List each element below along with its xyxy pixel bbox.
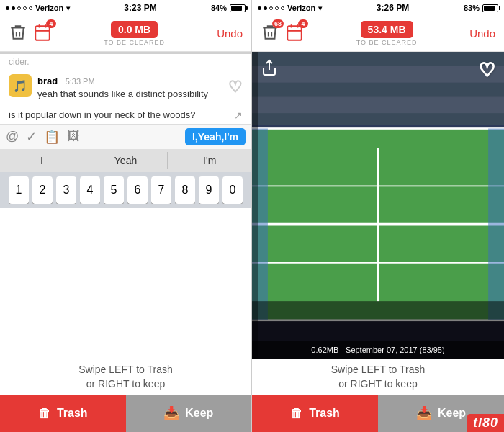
- dot4: [23, 6, 27, 10]
- partial-text: cider.: [0, 54, 251, 70]
- brad-bubble: brad 5:33 PM yeah that sounds like a dis…: [37, 74, 222, 101]
- svg-rect-0: [35, 26, 50, 40]
- left-cleared-label: TO BE CLEARED: [104, 39, 165, 46]
- right-carrier: Verizon: [287, 4, 315, 12]
- right-status-left: Verizon ▾: [258, 4, 322, 12]
- left-time: 3:23 PM: [124, 3, 156, 13]
- right-undo-button[interactable]: Undo: [469, 27, 495, 40]
- brad-time: 5:33 PM: [66, 77, 95, 86]
- left-trash-btn-label: Trash: [57, 407, 88, 420]
- checkmark-icon[interactable]: ✓: [26, 129, 37, 145]
- key-3[interactable]: 3: [56, 176, 76, 204]
- svg-rect-22: [252, 83, 504, 97]
- right-cleared-label: TO BE CLEARED: [356, 39, 418, 46]
- key-7[interactable]: 7: [151, 176, 171, 204]
- court-svg: [252, 52, 504, 359]
- key-0[interactable]: 0: [222, 176, 243, 204]
- key-4[interactable]: 4: [80, 176, 100, 204]
- right-size-area: 53.4 MB TO BE CLEARED: [356, 21, 418, 46]
- right-status-bar: Verizon ▾ 3:26 PM 83%: [252, 0, 504, 16]
- right-calendar-badge: 4: [298, 19, 308, 28]
- question-text: is it popular down in your neck of the w…: [9, 109, 195, 120]
- right-panel: Verizon ▾ 3:26 PM 83% 68: [252, 0, 504, 432]
- key-8[interactable]: 8: [175, 176, 195, 204]
- left-battery-icon: [230, 4, 246, 12]
- brad-message: 🎵 brad 5:33 PM yeah that sounds like a d…: [0, 70, 251, 105]
- left-size-badge: 0.0 MB: [111, 21, 158, 38]
- left-battery-fill: [231, 6, 242, 11]
- right-trash-button[interactable]: 🗑 Trash: [252, 395, 378, 432]
- right-keep-btn-icon: 📥: [416, 405, 432, 421]
- left-toolbar-left: 4: [9, 23, 52, 45]
- left-battery-tip: [246, 6, 248, 10]
- svg-rect-4: [287, 26, 302, 40]
- right-swipe-text: Swipe LEFT to Trash or RIGHT to keep: [331, 363, 425, 391]
- key-5[interactable]: 5: [104, 176, 124, 204]
- clipboard-icon[interactable]: 📋: [44, 129, 60, 145]
- right-size-badge: 53.4 MB: [361, 21, 413, 38]
- suggestion-yeah[interactable]: Yeah: [84, 152, 168, 169]
- image-icon[interactable]: 🖼: [67, 129, 80, 144]
- left-calendar-container[interactable]: 4: [33, 23, 52, 45]
- brad-avatar: 🎵: [9, 74, 32, 97]
- left-swipe-text: Swipe LEFT to Trash or RIGHT to keep: [78, 363, 172, 391]
- left-undo-button[interactable]: Undo: [217, 27, 243, 40]
- right-status-right: 83%: [464, 4, 498, 12]
- right-photo-info: 0.62MB - September 07, 2017 (83/95): [252, 341, 504, 359]
- rdot1: [258, 6, 261, 10]
- photo-preview: ♡ 0.62MB - September 07, 2017 (83/95): [252, 52, 504, 359]
- input-toolbar: @ ✓ 📋 🖼 I,Yeah,I'm: [0, 124, 251, 149]
- left-panel: Verizon ▾ 3:23 PM 84%: [0, 0, 252, 432]
- share-icon[interactable]: [261, 59, 278, 81]
- at-icon[interactable]: @: [6, 129, 19, 144]
- right-swipe-line2: or RIGHT to keep: [338, 378, 417, 390]
- key-1[interactable]: 1: [9, 176, 29, 204]
- right-swipe-line1: Swipe LEFT to Trash: [331, 364, 425, 375]
- left-keep-button[interactable]: 📥 Keep: [126, 395, 252, 432]
- dot3: [17, 6, 21, 10]
- key-2[interactable]: 2: [32, 176, 53, 204]
- rdot4: [275, 6, 279, 10]
- chat-question: is it popular down in your neck of the w…: [0, 105, 251, 124]
- left-trash-button[interactable]: 🗑 Trash: [0, 395, 126, 432]
- right-toolbar-left: 68 4: [261, 23, 304, 45]
- left-calendar-badge: 4: [46, 19, 56, 28]
- heart-icon[interactable]: ♡: [479, 59, 495, 81]
- suggestion-i[interactable]: I: [0, 152, 84, 169]
- right-trash-container[interactable]: 68: [261, 23, 279, 45]
- send-button[interactable]: I,Yeah,I'm: [185, 128, 246, 145]
- right-wifi-icon: ▾: [318, 4, 322, 12]
- keyboard-number-row: 1 2 3 4 5 6 7 8 9 0: [0, 172, 251, 208]
- dot2: [12, 6, 15, 10]
- rdot2: [264, 6, 267, 10]
- right-swipe-instruction: Swipe LEFT to Trash or RIGHT to keep: [252, 359, 504, 395]
- left-trash-container[interactable]: [9, 23, 27, 45]
- left-keep-btn-icon: 📥: [163, 405, 179, 421]
- brad-heart-icon[interactable]: ♡: [228, 78, 243, 96]
- right-trash-badge: 68: [272, 19, 284, 28]
- expand-icon[interactable]: ↗: [234, 109, 243, 121]
- watermark: tI80: [467, 414, 504, 432]
- key-9[interactable]: 9: [199, 176, 219, 204]
- svg-rect-18: [488, 129, 504, 320]
- left-status-right: 84%: [211, 4, 246, 12]
- key-6[interactable]: 6: [127, 176, 148, 204]
- photo-actions: ♡: [252, 59, 504, 81]
- chat-preview: cider. 🎵 brad 5:33 PM yeah that sounds l…: [0, 52, 251, 359]
- right-time: 3:26 PM: [377, 3, 409, 13]
- dot1: [6, 6, 9, 10]
- rdot5: [281, 6, 284, 10]
- left-size-area: 0.0 MB TO BE CLEARED: [104, 21, 165, 46]
- signal-dots: [6, 6, 32, 10]
- left-swipe-instruction: Swipe LEFT to Trash or RIGHT to keep: [0, 359, 251, 395]
- left-trash-icon: [9, 23, 27, 42]
- left-keep-btn-label: Keep: [185, 407, 213, 420]
- left-swipe-line2: or RIGHT to keep: [86, 378, 165, 390]
- right-calendar-container[interactable]: 4: [285, 23, 304, 45]
- suggestion-im[interactable]: I'm: [168, 152, 251, 169]
- left-swipe-line1: Swipe LEFT to Trash: [78, 364, 172, 375]
- right-toolbar: 68 4 53.4 MB TO BE CLEARED Undo: [252, 16, 504, 52]
- share-svg: [261, 59, 278, 76]
- right-keep-btn-label: Keep: [438, 407, 466, 420]
- left-content: cider. 🎵 brad 5:33 PM yeah that sounds l…: [0, 52, 251, 359]
